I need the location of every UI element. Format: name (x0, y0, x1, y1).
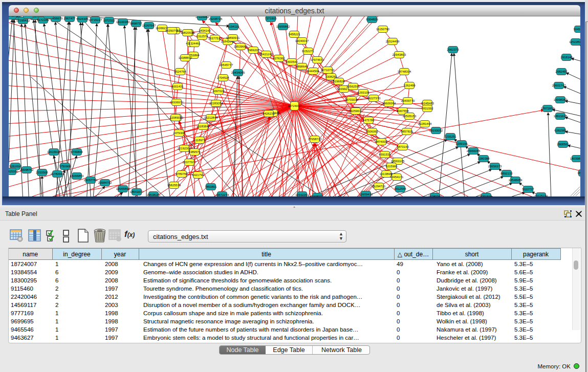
svg-text:12192300: 12192300 (178, 147, 191, 150)
svg-text:9874003: 9874003 (375, 140, 387, 143)
svg-text:3688094: 3688094 (577, 171, 580, 174)
svg-text:2682497: 2682497 (555, 70, 568, 73)
svg-text:2962373: 2962373 (447, 48, 459, 51)
svg-text:22377977: 22377977 (183, 161, 197, 164)
svg-text:11150790: 11150790 (376, 28, 389, 31)
svg-text:4591531: 4591531 (379, 153, 391, 156)
svg-text:9912544: 9912544 (394, 187, 406, 190)
svg-text:7235251: 7235251 (444, 135, 456, 138)
svg-text:1312574: 1312574 (196, 35, 208, 38)
svg-text:18039896: 18039896 (570, 157, 580, 160)
svg-text:23472274: 23472274 (215, 193, 229, 196)
svg-text:2967477: 2967477 (63, 17, 76, 20)
svg-text:23409770: 23409770 (401, 99, 415, 102)
svg-text:8892133: 8892133 (500, 172, 513, 175)
svg-text:20948752: 20948752 (20, 168, 34, 171)
svg-text:14280369: 14280369 (428, 195, 442, 196)
svg-text:11522831: 11522831 (569, 40, 580, 43)
svg-text:14100380: 14100380 (116, 20, 130, 24)
svg-text:6194119: 6194119 (228, 25, 240, 28)
svg-text:3434143: 3434143 (199, 29, 211, 32)
svg-text:16377510: 16377510 (208, 37, 222, 40)
svg-text:11542261: 11542261 (295, 193, 309, 196)
svg-text:15350791: 15350791 (165, 29, 179, 32)
svg-text:21524499: 21524499 (386, 40, 400, 43)
svg-text:21782994: 21782994 (51, 172, 64, 176)
svg-text:10955862: 10955862 (276, 25, 290, 28)
svg-text:7853801: 7853801 (205, 185, 217, 188)
svg-text:15212844: 15212844 (204, 116, 218, 119)
svg-text:18541677: 18541677 (130, 190, 144, 193)
svg-text:17872858: 17872858 (541, 107, 555, 110)
svg-text:4097022: 4097022 (212, 90, 225, 93)
svg-text:3750906: 3750906 (59, 165, 71, 168)
svg-text:9749844: 9749844 (71, 150, 83, 154)
svg-text:17295412: 17295412 (16, 19, 30, 22)
svg-text:22943803: 22943803 (393, 53, 406, 56)
svg-text:5444504: 5444504 (307, 70, 319, 73)
svg-text:5391546: 5391546 (480, 195, 492, 196)
svg-text:20601747: 20601747 (552, 84, 566, 87)
svg-text:23259631: 23259631 (349, 110, 363, 113)
svg-text:9857829: 9857829 (401, 130, 413, 133)
svg-text:18724007: 18724007 (288, 104, 301, 107)
svg-text:9789760: 9789760 (176, 172, 188, 176)
svg-text:15703034: 15703034 (345, 98, 359, 101)
svg-text:3299194: 3299194 (455, 142, 468, 145)
svg-text:13388832: 13388832 (179, 56, 192, 59)
svg-text:23538183: 23538183 (147, 193, 161, 196)
svg-text:9008971: 9008971 (311, 195, 323, 196)
svg-text:5276362: 5276362 (273, 57, 285, 60)
svg-text:17329982: 17329982 (195, 16, 209, 18)
svg-text:9898649: 9898649 (296, 65, 308, 68)
svg-text:3458221: 3458221 (288, 33, 300, 36)
svg-text:19227370: 19227370 (367, 97, 381, 100)
svg-text:8067558: 8067558 (397, 110, 409, 113)
svg-text:19539665: 19539665 (234, 45, 248, 48)
svg-text:23656373: 23656373 (488, 165, 502, 168)
svg-text:10283847: 10283847 (197, 125, 210, 128)
svg-text:9196824: 9196824 (333, 80, 345, 83)
svg-text:6524305: 6524305 (76, 17, 89, 20)
svg-text:10562590: 10562590 (346, 85, 360, 88)
svg-text:20115134: 20115134 (534, 194, 548, 196)
svg-text:4873143: 4873143 (397, 145, 409, 148)
svg-text:5969202: 5969202 (247, 49, 259, 52)
svg-text:19820911: 19820911 (181, 31, 194, 34)
svg-text:6282565: 6282565 (554, 129, 567, 132)
svg-text:5022727: 5022727 (522, 188, 534, 191)
svg-text:2208903: 2208903 (169, 116, 182, 119)
svg-text:19609364: 19609364 (382, 102, 396, 105)
svg-text:2704528: 2704528 (217, 76, 229, 79)
svg-text:15193775: 15193775 (21, 16, 35, 17)
svg-text:23208715: 23208715 (209, 17, 223, 20)
svg-text:2479306: 2479306 (173, 132, 185, 135)
svg-text:11615610: 11615610 (47, 150, 61, 154)
svg-text:15421249: 15421249 (259, 53, 273, 56)
svg-text:5506062: 5506062 (366, 130, 378, 133)
svg-text:20584792: 20584792 (98, 181, 112, 184)
svg-text:22283054: 22283054 (209, 102, 223, 105)
svg-text:9261616: 9261616 (9, 165, 21, 168)
svg-text:6421791: 6421791 (192, 173, 204, 177)
svg-text:2908561: 2908561 (557, 143, 569, 146)
svg-text:17974673: 17974673 (311, 58, 324, 61)
svg-text:18748304: 18748304 (398, 70, 411, 73)
svg-text:2918148: 2918148 (560, 56, 573, 59)
svg-text:12710793: 12710793 (321, 69, 335, 72)
svg-text:17958713: 17958713 (308, 138, 322, 141)
svg-text:8304829: 8304829 (366, 18, 378, 21)
svg-text:15825539: 15825539 (167, 184, 181, 187)
svg-text:6293105: 6293105 (357, 91, 369, 94)
svg-text:3280388: 3280388 (477, 157, 490, 160)
svg-text:6215966: 6215966 (385, 165, 398, 168)
svg-text:8152271: 8152271 (302, 50, 314, 53)
svg-text:23057783: 23057783 (84, 179, 98, 182)
svg-text:10571375: 10571375 (9, 16, 18, 17)
svg-text:19040017: 19040017 (295, 39, 309, 42)
svg-text:20545777: 20545777 (220, 63, 233, 67)
svg-text:20434065: 20434065 (231, 71, 245, 74)
svg-text:3045396: 3045396 (573, 28, 580, 31)
svg-text:13716227: 13716227 (89, 18, 102, 21)
svg-text:16267547: 16267547 (142, 24, 156, 27)
